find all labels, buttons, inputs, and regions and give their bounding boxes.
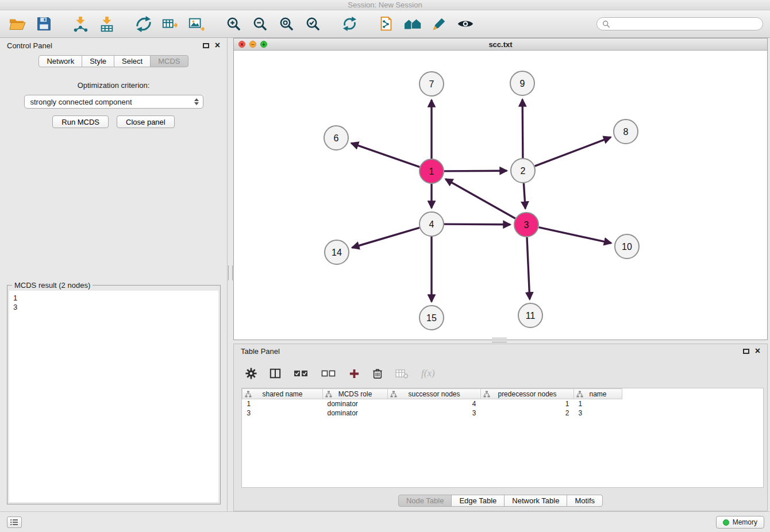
search-field[interactable] — [596, 17, 763, 30]
graph-node-9[interactable]: 9 — [510, 71, 534, 95]
search-input[interactable] — [613, 20, 757, 28]
close-mcds-panel-button[interactable]: Close panel — [117, 115, 175, 128]
horizontal-splitter-handle[interactable] — [492, 338, 507, 342]
import-network-button[interactable] — [70, 14, 91, 34]
cell-successor-nodes[interactable]: 4 — [388, 399, 481, 408]
tab-network[interactable]: Network — [38, 55, 82, 67]
window-titlebar[interactable]: Session: New Session — [0, 0, 770, 10]
close-panel-icon[interactable]: × — [215, 42, 220, 49]
close-window-button[interactable]: × — [238, 41, 245, 48]
table-row[interactable]: 3 dominator 3 2 3 — [242, 408, 764, 418]
unselect-all-columns-button[interactable] — [321, 369, 336, 378]
select-all-columns-button[interactable] — [294, 369, 309, 378]
column-header-mcds-role[interactable]: MCDS role — [323, 389, 388, 399]
clone-network-button[interactable] — [376, 14, 396, 34]
cell-successor-nodes[interactable]: 3 — [388, 408, 481, 418]
tab-network-table[interactable]: Network Table — [504, 495, 567, 507]
column-header-name[interactable]: name — [574, 389, 622, 399]
application-window: Session: New Session — [0, 0, 770, 532]
graph-node-3[interactable]: 3 — [514, 213, 538, 237]
save-session-button[interactable] — [33, 14, 54, 34]
mcds-result-line: 1 — [13, 294, 214, 303]
graph-node-6[interactable]: 6 — [324, 126, 348, 150]
tab-style[interactable]: Style — [82, 55, 114, 67]
zoom-fit-button[interactable] — [276, 14, 297, 34]
svg-text:15: 15 — [426, 313, 437, 323]
graph-node-10[interactable]: 10 — [615, 234, 639, 259]
network-canvas[interactable]: 7968124314101511 — [234, 51, 767, 340]
optimization-criterion-select[interactable]: strongly connected component — [24, 95, 203, 109]
cell-shared-name[interactable]: 1 — [242, 399, 323, 408]
table-settings-button[interactable] — [245, 368, 257, 379]
add-row-button[interactable] — [349, 368, 360, 379]
graph-node-14[interactable]: 14 — [325, 240, 349, 264]
apply-style-button[interactable] — [429, 14, 449, 34]
network-table-button[interactable] — [160, 14, 180, 34]
graph-edge-1-2[interactable] — [444, 171, 507, 171]
mcds-buttons-row: Run MCDS Close panel — [0, 115, 227, 128]
zoom-window-button[interactable]: + — [260, 41, 267, 48]
tab-mcds[interactable]: MCDS — [150, 55, 188, 67]
tab-node-table[interactable]: Node Table — [398, 495, 452, 507]
graph-edge-4-3[interactable] — [444, 224, 510, 225]
minimize-window-button[interactable]: − — [249, 41, 256, 48]
delete-table-button[interactable] — [395, 369, 409, 379]
memory-button[interactable]: Memory — [716, 516, 764, 529]
graph-node-4[interactable]: 4 — [419, 212, 444, 236]
graph-edge-1-6[interactable] — [351, 143, 419, 167]
float-table-panel-icon[interactable] — [743, 349, 749, 354]
zoom-selected-button[interactable] — [302, 14, 323, 34]
open-file-button[interactable] — [7, 14, 28, 34]
graph-node-7[interactable]: 7 — [419, 72, 444, 96]
graph-node-2[interactable]: 2 — [511, 159, 535, 183]
cell-shared-name[interactable]: 3 — [242, 408, 323, 418]
cell-mcds-role[interactable]: dominator — [323, 399, 388, 408]
column-header-shared-name[interactable]: shared name — [242, 389, 323, 399]
vertical-splitter-handle[interactable] — [228, 265, 233, 280]
cell-predecessor-nodes[interactable]: 1 — [481, 399, 574, 408]
tab-edge-table[interactable]: Edge Table — [451, 495, 505, 507]
export-image-button[interactable] — [186, 14, 207, 34]
cell-predecessor-nodes[interactable]: 2 — [481, 408, 574, 418]
graph-edge-4-14[interactable] — [352, 228, 419, 248]
zoom-out-button[interactable] — [249, 14, 270, 34]
graph-edge-3-1[interactable] — [445, 179, 515, 219]
table-row[interactable]: 1 dominator 4 1 1 — [242, 399, 764, 408]
graph-edge-3-10[interactable] — [539, 228, 611, 243]
table-panel: Table Panel × — [233, 344, 768, 511]
tab-motifs[interactable]: Motifs — [567, 495, 603, 507]
run-mcds-button[interactable]: Run MCDS — [52, 115, 109, 128]
delete-row-button[interactable] — [372, 368, 383, 379]
column-header-predecessor-nodes[interactable]: predecessor nodes — [481, 389, 574, 399]
apply-function-button[interactable]: f(x) — [421, 368, 435, 379]
graph-edge-3-11[interactable] — [527, 237, 530, 299]
svg-text:2: 2 — [521, 166, 526, 176]
cell-name[interactable]: 3 — [574, 408, 622, 418]
show-graphics-details-button[interactable] — [455, 14, 476, 34]
show-columns-button[interactable] — [270, 368, 281, 379]
network-window-titlebar[interactable]: × − + scc.txt — [234, 38, 767, 51]
graph-edge-2-3[interactable] — [523, 183, 525, 209]
cell-mcds-role[interactable]: dominator — [323, 408, 388, 418]
zoom-in-button[interactable] — [223, 14, 244, 34]
task-history-button[interactable] — [7, 516, 22, 528]
tab-select[interactable]: Select — [114, 55, 151, 67]
cell-name[interactable]: 1 — [574, 399, 622, 408]
home-view-button[interactable] — [402, 14, 423, 34]
graph-node-1[interactable]: 1 — [419, 159, 444, 183]
column-header-successor-nodes[interactable]: successor nodes — [388, 389, 481, 399]
import-table-button[interactable] — [97, 14, 117, 34]
mcds-result-list[interactable]: 1 3 — [9, 291, 218, 502]
graph-node-15[interactable]: 15 — [419, 306, 444, 330]
toolbar-group-network — [133, 14, 207, 34]
svg-text:6: 6 — [334, 133, 339, 143]
close-table-panel-icon[interactable]: × — [755, 348, 760, 354]
toolbar-group-import — [70, 14, 117, 34]
refresh-network-button[interactable] — [339, 14, 360, 34]
graph-node-11[interactable]: 11 — [518, 303, 542, 327]
new-network-button[interactable] — [133, 14, 154, 34]
graph-node-8[interactable]: 8 — [614, 119, 638, 144]
float-panel-icon[interactable] — [203, 43, 209, 48]
graph-edge-2-9[interactable] — [522, 99, 523, 158]
graph-edge-2-8[interactable] — [535, 137, 611, 166]
